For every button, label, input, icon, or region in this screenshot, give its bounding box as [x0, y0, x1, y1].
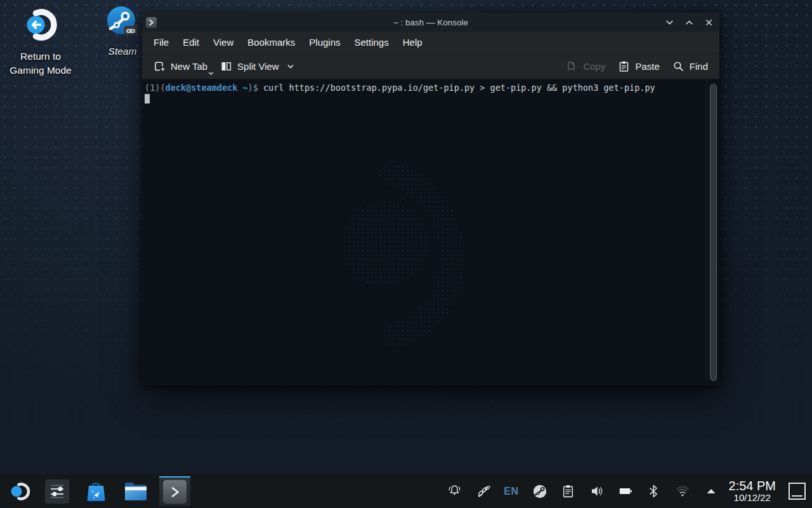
menu-settings[interactable]: Settings [348, 32, 396, 53]
desktop-icon-steam[interactable]: Steam [100, 5, 145, 58]
steam-tray-icon[interactable] [532, 484, 547, 499]
taskbar: EN [0, 474, 812, 508]
find-button[interactable]: Find [666, 56, 714, 77]
notifications-bell-icon[interactable] [447, 484, 462, 499]
terminal-command: curl https://bootstrap.pypa.io/get-pip.p… [263, 83, 655, 93]
copy-icon [566, 60, 578, 72]
task-discover-store[interactable] [81, 476, 112, 506]
digital-clock[interactable]: 2:54 PM 10/12/22 [729, 479, 776, 504]
prompt-user-host: deck@steamdeck [166, 83, 238, 93]
desktop-icon-label: Steam [108, 44, 137, 58]
clipboard-icon[interactable] [561, 484, 576, 499]
close-button[interactable] [703, 17, 714, 28]
terminal-view[interactable]: (1)(deck@steamdeck ~)$ curl https://boot… [142, 79, 719, 385]
split-view-icon [220, 60, 232, 72]
menu-plugins[interactable]: Plugins [302, 32, 347, 53]
tray-expander-caret-icon[interactable] [704, 484, 719, 499]
split-view-dropdown-caret [287, 64, 294, 69]
bluetooth-icon[interactable] [646, 484, 662, 499]
steam-logo-icon [106, 5, 139, 38]
window-titlebar[interactable]: ~ : bash — Konsole [142, 13, 719, 32]
menu-help[interactable]: Help [396, 32, 429, 53]
terminal-output: (1)(deck@steamdeck ~)$ curl https://boot… [145, 83, 704, 104]
maximize-button[interactable] [683, 17, 695, 28]
clock-date: 10/12/22 [729, 493, 776, 504]
prompt-suffix: )$ [248, 83, 263, 93]
task-system-settings[interactable] [41, 476, 72, 506]
menubar: File Edit View Bookmarks Plugins Setting… [142, 32, 719, 53]
terminal-scrollbar-thumb[interactable] [710, 84, 717, 381]
paste-icon [618, 60, 630, 72]
desktop-icon-label: Return to Gaming Mode [10, 50, 71, 77]
toolbar: New Tab Split View Copy [142, 53, 719, 79]
task-konsole-active[interactable] [159, 476, 190, 506]
menu-view[interactable]: View [206, 32, 240, 53]
show-desktop-button[interactable] [789, 483, 806, 500]
clock-time: 2:54 PM [729, 479, 776, 493]
steam-deck-return-icon [22, 6, 59, 43]
new-tab-icon [154, 60, 166, 72]
steam-deck-launcher-icon [8, 480, 30, 503]
volume-icon[interactable] [589, 484, 605, 499]
battery-icon[interactable] [618, 484, 633, 499]
window-title: ~ : bash — Konsole [142, 18, 719, 27]
discover-icon [84, 479, 109, 504]
prompt-prefix: (1)( [145, 83, 166, 93]
application-launcher-button[interactable] [5, 477, 33, 506]
terminal-scrollbar-track[interactable] [707, 79, 719, 385]
steam-deck-watermark [285, 142, 495, 352]
terminal-cursor [145, 94, 150, 104]
keyboard-layout-indicator[interactable]: EN [504, 486, 518, 497]
copy-button[interactable]: Copy [560, 56, 612, 77]
split-view-button[interactable]: Split View [214, 56, 301, 77]
task-dolphin-file-manager[interactable] [120, 476, 151, 506]
konsole-window: ~ : bash — Konsole File Edit View Bookma… [142, 13, 719, 385]
minimize-button[interactable] [664, 17, 675, 28]
konsole-icon [163, 480, 187, 504]
wifi-icon[interactable] [675, 484, 690, 499]
menu-edit[interactable]: Edit [176, 32, 206, 53]
system-settings-icon [45, 479, 69, 504]
folder-icon [122, 479, 149, 504]
new-tab-button[interactable]: New Tab [147, 56, 214, 77]
menu-file[interactable]: File [147, 32, 176, 53]
find-icon [672, 60, 684, 72]
menu-bookmarks[interactable]: Bookmarks [240, 32, 302, 53]
prompt-cwd: ~ [237, 83, 247, 93]
desktop-icon-return-to-gaming-mode[interactable]: Return to Gaming Mode [5, 6, 76, 77]
paste-button[interactable]: Paste [612, 56, 665, 77]
plant-applet-icon[interactable] [475, 484, 490, 499]
system-tray: EN [447, 484, 718, 499]
new-tab-dropdown-caret [208, 72, 214, 76]
